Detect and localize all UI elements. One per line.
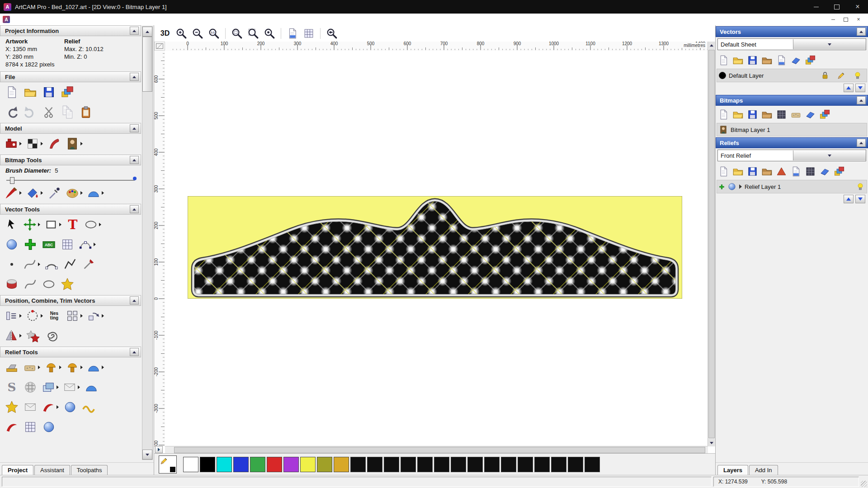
colour-swatch-10[interactable] (350, 457, 366, 472)
expand-icon[interactable] (739, 184, 742, 189)
vector-layer-row[interactable]: Default Layer (717, 69, 867, 82)
snap-toggle-button[interactable] (302, 27, 316, 40)
colour-swatch-0[interactable] (183, 457, 198, 472)
open-vector-layer-button[interactable] (732, 53, 744, 67)
texture-relief-button[interactable] (23, 359, 40, 376)
snap-grid-button[interactable] (60, 236, 75, 253)
trim-vectors-button[interactable] (81, 256, 96, 273)
flyout-arrow-icon[interactable] (19, 334, 22, 338)
colour-swatch-16[interactable] (451, 457, 466, 472)
vector-doctor-button[interactable] (84, 216, 101, 233)
shape-editor-button[interactable] (44, 359, 61, 376)
secondary-colour-swatch[interactable] (170, 467, 175, 472)
redo-button[interactable] (23, 103, 38, 121)
freehand-draw-button[interactable] (23, 256, 40, 273)
flyout-arrow-icon[interactable] (57, 405, 59, 409)
relief-select[interactable]: Front Relief (717, 150, 866, 161)
layer-lock-button[interactable] (818, 67, 832, 84)
scroll-down-button[interactable] (142, 450, 152, 460)
flyout-arrow-icon[interactable] (80, 191, 83, 195)
flyout-arrow-icon[interactable] (57, 385, 59, 389)
brush-diameter-slider[interactable] (6, 176, 135, 182)
zoom-in-button[interactable] (174, 27, 189, 40)
wave-wizard-button[interactable] (81, 399, 96, 416)
dropdown-button[interactable] (793, 39, 866, 49)
scroll-down-button[interactable] (708, 439, 715, 446)
scroll-up-button[interactable] (142, 27, 152, 37)
flyout-arrow-icon[interactable] (41, 142, 43, 145)
slider-thumb[interactable] (10, 177, 14, 184)
scroll-up-button[interactable] (708, 42, 715, 49)
flood-fill-button[interactable] (26, 184, 43, 202)
show-all-relief-layers-button[interactable] (833, 164, 845, 178)
show-all-vector-layers-button[interactable] (804, 53, 816, 67)
flyout-arrow-icon[interactable] (80, 142, 83, 145)
texture-model-button[interactable] (26, 135, 43, 152)
open-bitmap-layer-button[interactable] (732, 108, 744, 121)
save-bitmap-layer-button[interactable] (746, 108, 758, 121)
open-model-button[interactable] (23, 84, 38, 101)
minimize-button[interactable] (806, 0, 826, 14)
colour-swatch-7[interactable] (300, 457, 316, 472)
layer-edit-button[interactable] (834, 67, 849, 84)
colour-swatch-17[interactable] (467, 457, 483, 472)
collapse-button[interactable] (130, 205, 139, 213)
colour-swatch-19[interactable] (501, 457, 516, 472)
flyout-arrow-icon[interactable] (19, 142, 22, 145)
relief-layer-row[interactable]: Relief Layer 1 (717, 180, 867, 193)
layer-visibility-button[interactable] (856, 182, 865, 191)
sheet-select[interactable]: Default Sheet (717, 38, 866, 50)
ruler-origin-button[interactable] (154, 42, 165, 51)
maximize-button[interactable] (826, 0, 847, 14)
transform-vectors-button[interactable] (23, 216, 40, 233)
merge-vector-layers-button[interactable] (761, 53, 773, 67)
colour-swatch-13[interactable] (401, 457, 416, 472)
previous-view-button[interactable] (285, 27, 300, 40)
unwrap-relief-button[interactable] (5, 418, 19, 436)
scrollbar-thumb[interactable] (174, 447, 705, 453)
smooth-relief-button[interactable] (5, 359, 19, 376)
join-vectors-button[interactable] (63, 256, 77, 273)
show-all-bitmap-layers-button[interactable] (819, 108, 830, 121)
mdi-minimize-button[interactable] (828, 15, 838, 23)
collapse-button[interactable] (857, 139, 866, 147)
collapse-button[interactable] (130, 348, 139, 356)
delete-relief-layer-button[interactable] (819, 164, 830, 178)
bitmap-grid-button[interactable] (775, 108, 787, 121)
bitmap-strip-button[interactable] (790, 108, 802, 121)
tab-project[interactable]: Project (2, 465, 33, 475)
layer-visibility-button[interactable] (850, 67, 865, 84)
colour-swatch-12[interactable] (384, 457, 399, 472)
colour-swatch-5[interactable] (267, 457, 282, 472)
flyout-arrow-icon[interactable] (19, 191, 22, 195)
relief-combine-button[interactable] (775, 164, 787, 178)
colour-swatch-23[interactable] (568, 457, 583, 472)
select-vectors-button[interactable] (5, 216, 19, 233)
sculpt-model-button[interactable] (47, 135, 61, 152)
flyout-arrow-icon[interactable] (78, 385, 80, 389)
collapse-button[interactable] (857, 96, 866, 104)
colour-swatch-2[interactable] (217, 457, 232, 472)
dome-button[interactable] (84, 379, 99, 396)
flyout-arrow-icon[interactable] (41, 314, 43, 318)
colour-swatch-6[interactable] (283, 457, 299, 472)
resize-grip[interactable] (861, 481, 867, 487)
open-relief-layer-button[interactable] (732, 164, 744, 178)
create-point-button[interactable] (5, 256, 19, 273)
colour-swatch-8[interactable] (317, 457, 332, 472)
move-layer-up-button[interactable] (844, 195, 854, 203)
merge-bitmap-layers-button[interactable] (761, 108, 773, 121)
flyout-arrow-icon[interactable] (38, 223, 40, 226)
spiral-button[interactable] (44, 327, 59, 344)
colour-swatch-1[interactable] (200, 457, 215, 472)
face-wizard-button[interactable] (66, 135, 83, 152)
move-layer-down-button[interactable] (855, 84, 865, 92)
save-vector-layer-button[interactable] (746, 53, 758, 67)
dropdown-button[interactable] (793, 150, 866, 160)
scrollbar-thumb[interactable] (708, 50, 715, 438)
colour-swatch-11[interactable] (367, 457, 382, 472)
angled-plane-button[interactable] (66, 359, 83, 376)
move-layer-up-button[interactable] (844, 84, 854, 92)
flyout-arrow-icon[interactable] (41, 191, 43, 195)
colour-swatch-3[interactable] (233, 457, 249, 472)
